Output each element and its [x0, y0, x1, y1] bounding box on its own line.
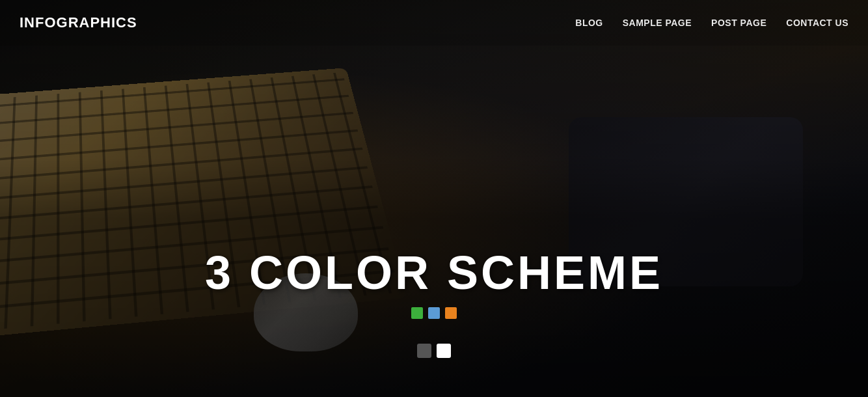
- slide-dot-1[interactable]: [417, 344, 431, 358]
- nav-links: BLOG SAMPLE PAGE POST PAGE CONTACT US: [575, 17, 848, 29]
- color-dot-blue: [428, 307, 440, 319]
- slide-indicators: [417, 344, 451, 358]
- color-dots: [411, 307, 457, 319]
- hero-content: 3 COLOR SCHEME: [0, 246, 868, 319]
- hero-title: 3 COLOR SCHEME: [205, 246, 663, 299]
- nav-item-contact-us[interactable]: CONTACT US: [786, 17, 848, 29]
- navbar: INFOGRAPHICS BLOG SAMPLE PAGE POST PAGE …: [0, 0, 868, 46]
- hero-section: INFOGRAPHICS BLOG SAMPLE PAGE POST PAGE …: [0, 0, 868, 397]
- nav-item-sample-page[interactable]: SAMPLE PAGE: [623, 17, 692, 29]
- nav-item-blog[interactable]: BLOG: [575, 17, 603, 29]
- color-dot-green: [411, 307, 423, 319]
- site-title[interactable]: INFOGRAPHICS: [20, 14, 137, 31]
- slide-dot-2[interactable]: [437, 344, 451, 358]
- nav-link-contact-us[interactable]: CONTACT US: [786, 18, 848, 28]
- nav-item-post-page[interactable]: POST PAGE: [711, 17, 766, 29]
- nav-link-blog[interactable]: BLOG: [575, 18, 603, 28]
- nav-link-sample-page[interactable]: SAMPLE PAGE: [623, 18, 692, 28]
- dark-overlay: [0, 0, 868, 397]
- color-dot-orange: [445, 307, 457, 319]
- nav-link-post-page[interactable]: POST PAGE: [711, 18, 766, 28]
